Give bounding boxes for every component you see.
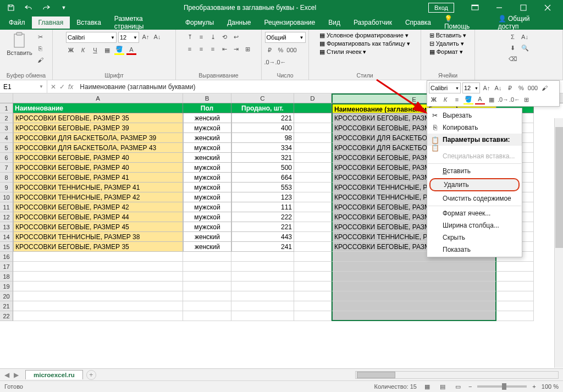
- cell[interactable]: [294, 143, 332, 153]
- cell[interactable]: [496, 301, 534, 311]
- align-right-icon[interactable]: ≡: [208, 44, 218, 54]
- sort-filter-icon[interactable]: A↓: [520, 32, 530, 42]
- cell[interactable]: 443: [231, 232, 294, 242]
- cell[interactable]: [496, 311, 534, 321]
- cell[interactable]: КРОССОВКИ ТЕННИСНЫЕ, РАЗМЕР 42: [13, 192, 183, 202]
- cell[interactable]: [294, 202, 332, 212]
- mt-decrease-font-icon[interactable]: A↓: [493, 83, 503, 93]
- align-center-icon[interactable]: ≡: [196, 44, 206, 54]
- font-color-icon[interactable]: A: [126, 45, 136, 55]
- add-sheet-button[interactable]: +: [86, 370, 96, 380]
- cell[interactable]: Продано, шт.: [231, 103, 294, 113]
- mt-inc-decimal-icon[interactable]: .0→: [498, 95, 508, 104]
- cell[interactable]: [294, 222, 332, 232]
- align-left-icon[interactable]: ≡: [185, 44, 195, 54]
- cell[interactable]: [496, 272, 534, 281]
- format-as-table-button[interactable]: ▦ Форматировать как таблицу ▾: [319, 40, 410, 47]
- fill-icon[interactable]: ⬇: [508, 43, 518, 53]
- cell[interactable]: 241: [231, 242, 294, 252]
- italic-button[interactable]: К: [78, 45, 88, 55]
- tab-review[interactable]: Рецензирование: [258, 16, 322, 29]
- cm-insert[interactable]: Вставить: [427, 165, 522, 177]
- tab-nav-prev-icon[interactable]: ◀: [4, 371, 9, 379]
- tab-file[interactable]: Файл: [2, 16, 32, 29]
- cell[interactable]: 221: [231, 222, 294, 232]
- cm-clear[interactable]: Очистить содержимое: [427, 192, 522, 205]
- cell[interactable]: [294, 133, 332, 143]
- mt-increase-font-icon[interactable]: A↑: [482, 83, 492, 93]
- clear-icon[interactable]: ⌫: [508, 54, 518, 64]
- decrease-decimal-icon[interactable]: .0←: [276, 57, 286, 67]
- cell[interactable]: [332, 311, 496, 321]
- cell[interactable]: [294, 123, 332, 133]
- cell[interactable]: 98: [231, 133, 294, 143]
- wrap-text-icon[interactable]: ↩: [231, 32, 241, 42]
- cell[interactable]: 123: [231, 192, 294, 202]
- cell[interactable]: [13, 311, 183, 321]
- align-middle-icon[interactable]: ≡: [196, 32, 206, 42]
- sheet-tab-active[interactable]: microexcel.ru: [25, 370, 83, 379]
- zoom-slider[interactable]: [477, 385, 527, 388]
- col-header-c[interactable]: C: [231, 93, 294, 103]
- find-select-icon[interactable]: 🔍: [520, 43, 530, 53]
- percent-icon[interactable]: %: [276, 45, 286, 55]
- horizontal-scrollbar[interactable]: [355, 371, 559, 379]
- format-button[interactable]: ▦ Формат ▾: [429, 48, 463, 56]
- undo-icon[interactable]: [21, 2, 36, 14]
- cell[interactable]: [231, 311, 294, 321]
- cell[interactable]: 221: [231, 113, 294, 123]
- underline-button[interactable]: Ч: [90, 45, 100, 55]
- cell[interactable]: [294, 183, 332, 192]
- cell[interactable]: [294, 242, 332, 252]
- cell[interactable]: [294, 301, 332, 311]
- cell[interactable]: КРОССОВКИ БЕГОВЫЕ, РАЗМЕР 40: [13, 163, 183, 173]
- cell[interactable]: 321: [231, 153, 294, 163]
- cell[interactable]: [294, 163, 332, 173]
- cell[interactable]: [183, 311, 231, 321]
- cell[interactable]: КРОССОВКИ БЕГОВЫЕ, РАЗМЕР 35: [13, 113, 183, 123]
- cell[interactable]: [496, 281, 534, 291]
- cell[interactable]: женский: [183, 113, 231, 123]
- cell[interactable]: КРОССОВКИ БЕГОВЫЕ, РАЗМЕР 44: [13, 212, 183, 222]
- cell-styles-button[interactable]: ▦ Стили ячеек ▾: [319, 48, 367, 56]
- cell[interactable]: [231, 262, 294, 272]
- cell[interactable]: КРОССОВКИ БЕГОВЫЕ, РАЗМЕР 41: [13, 173, 183, 183]
- name-box[interactable]: E1▼: [0, 80, 47, 93]
- mt-merge-icon[interactable]: ⊞: [521, 95, 531, 104]
- cell[interactable]: КРОССОВКИ ДЛЯ БАСКЕТБОЛА, РАЗМЕР 39: [13, 133, 183, 143]
- tab-developer[interactable]: Разработчик: [347, 16, 399, 29]
- redo-icon[interactable]: [38, 2, 54, 14]
- increase-indent-icon[interactable]: ⇥: [231, 44, 241, 54]
- cell[interactable]: Пол: [183, 103, 231, 113]
- cell[interactable]: [231, 291, 294, 301]
- cell[interactable]: [294, 291, 332, 301]
- zoom-level[interactable]: 100 %: [542, 383, 559, 390]
- font-size-select[interactable]: 12 ▼: [118, 32, 139, 43]
- tab-formulas[interactable]: Формулы: [179, 16, 220, 29]
- cell[interactable]: КРОССОВКИ БЕГОВЫЕ, РАЗМЕР 39: [13, 123, 183, 133]
- cm-delete[interactable]: Удалить: [429, 178, 520, 191]
- vertical-scrollbar[interactable]: [554, 118, 563, 368]
- merge-icon[interactable]: ⊞: [242, 44, 252, 54]
- cell[interactable]: [231, 301, 294, 311]
- cell[interactable]: мужской: [183, 192, 231, 202]
- cell[interactable]: [183, 281, 231, 291]
- cell[interactable]: женский: [183, 153, 231, 163]
- cm-format-cells[interactable]: Формат ячеек...: [427, 207, 522, 219]
- currency-icon[interactable]: ₽: [265, 45, 275, 55]
- cell[interactable]: 500: [231, 163, 294, 173]
- tab-nav-next-icon[interactable]: ▶: [14, 371, 19, 379]
- cell[interactable]: [294, 232, 332, 242]
- align-bottom-icon[interactable]: ⤓: [208, 32, 218, 42]
- login-button[interactable]: Вход: [428, 3, 454, 13]
- increase-decimal-icon[interactable]: .0→: [265, 57, 275, 67]
- cell[interactable]: КРОССОВКИ БЕГОВЫЕ, РАЗМЕР 35: [13, 242, 183, 252]
- font-name-select[interactable]: Calibri ▼: [66, 32, 117, 43]
- cell[interactable]: 400: [231, 123, 294, 133]
- orientation-icon[interactable]: ⟲: [219, 32, 229, 42]
- tab-data[interactable]: Данные: [220, 16, 257, 29]
- cell[interactable]: [294, 192, 332, 202]
- mt-bold[interactable]: Ж: [429, 95, 439, 104]
- cell[interactable]: [183, 272, 231, 281]
- tab-home[interactable]: Главная: [32, 16, 70, 29]
